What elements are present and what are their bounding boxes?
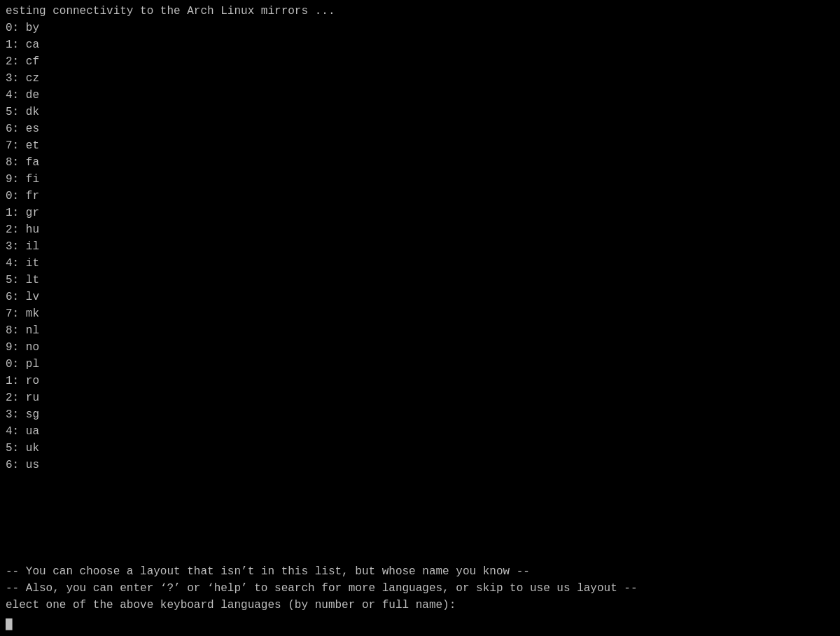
list-item: 6: es [6, 120, 834, 137]
list-item: 1: gr [6, 205, 834, 221]
list-item: 7: mk [6, 305, 834, 322]
footer-lines: -- You can choose a layout that isn’t in… [6, 563, 834, 614]
list-item: 6: lv [6, 289, 834, 305]
list-item: 9: no [6, 339, 834, 356]
entries-list: 0: by1: ca2: cf3: cz4: de5: dk6: es7: et… [6, 20, 834, 473]
footer-line: -- Also, you can enter ‘?’ or ‘help’ to … [6, 580, 834, 597]
list-item: 9: fi [6, 171, 834, 188]
spacer [6, 473, 834, 563]
footer-line: elect one of the above keyboard language… [6, 597, 834, 614]
header-line: esting connectivity to the Arch Linux mi… [6, 3, 834, 20]
list-item: 8: fa [6, 154, 834, 171]
list-item: 8: nl [6, 322, 834, 339]
list-item: 2: cf [6, 53, 834, 70]
list-item: 1: ca [6, 36, 834, 53]
footer-section: -- You can choose a layout that isn’t in… [6, 563, 834, 614]
list-item: 3: sg [6, 406, 834, 423]
input-prompt[interactable]: █ [6, 616, 834, 633]
terminal-window: esting connectivity to the Arch Linux mi… [6, 3, 834, 633]
list-item: 4: ua [6, 423, 834, 440]
footer-line: -- You can choose a layout that isn’t in… [6, 563, 834, 580]
list-item: 4: it [6, 255, 834, 272]
list-item: 6: us [6, 457, 834, 473]
list-item: 5: lt [6, 272, 834, 289]
list-item: 2: hu [6, 221, 834, 238]
list-item: 2: ru [6, 389, 834, 406]
list-item: 0: pl [6, 356, 834, 373]
list-item: 4: de [6, 87, 834, 104]
list-item: 5: dk [6, 104, 834, 120]
list-item: 0: fr [6, 188, 834, 205]
list-item: 0: by [6, 20, 834, 36]
list-item: 1: ro [6, 373, 834, 389]
list-item: 7: et [6, 137, 834, 154]
list-item: 3: il [6, 238, 834, 255]
list-item: 3: cz [6, 70, 834, 87]
list-item: 5: uk [6, 440, 834, 457]
